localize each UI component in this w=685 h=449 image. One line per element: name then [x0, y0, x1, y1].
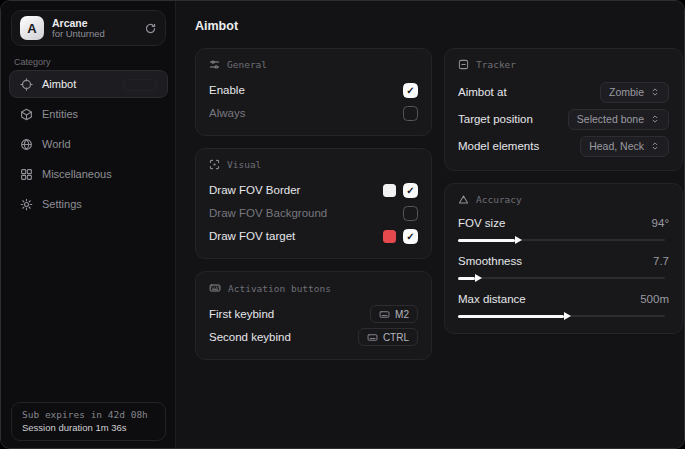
setting-row-always: Always — [209, 102, 418, 124]
main-panel: Aimbot General Enable — [176, 1, 685, 448]
slider-row-smoothness: Smoothness 7.7 — [458, 252, 669, 284]
sub-expires-text: Sub expires in 42d 08h — [22, 409, 155, 420]
slider-value: 94° — [652, 217, 669, 229]
first-keybind-button[interactable]: M2 — [370, 305, 418, 323]
sidebar-item-settings[interactable]: Settings — [9, 190, 168, 218]
setting-label: Aimbot at — [458, 86, 507, 98]
enable-checkbox[interactable] — [403, 83, 418, 98]
aimbot-at-select[interactable]: Zombie — [600, 82, 669, 103]
setting-label: First keybind — [209, 308, 274, 320]
visual-card: Visual Draw FOV Border Draw FOV Backgrou… — [195, 148, 432, 259]
setting-row-second-keybind: Second keybind CTRL — [209, 326, 418, 348]
slider-fill — [458, 239, 515, 242]
aimbot-hint-badge — [123, 79, 157, 91]
setting-label: Enable — [209, 84, 245, 96]
card-title: Visual — [227, 159, 261, 170]
smoothness-slider[interactable] — [458, 272, 669, 284]
arcane-window: A Arcane for Unturned Category Aimbot — [0, 0, 685, 449]
fov-background-checkbox[interactable] — [403, 206, 418, 221]
target-position-select[interactable]: Selected bone — [568, 109, 669, 130]
slider-value: 7.7 — [653, 255, 669, 267]
fov-size-slider[interactable] — [458, 234, 669, 246]
app-name: Arcane — [52, 17, 136, 29]
sidebar-item-label: Entities — [42, 108, 78, 120]
triangle-icon — [458, 194, 469, 205]
slider-fill — [458, 315, 564, 318]
tracker-card: Tracker Aimbot at Zombie — [444, 48, 683, 171]
sidebar: A Arcane for Unturned Category Aimbot — [1, 1, 176, 448]
card-title: Tracker — [476, 59, 516, 70]
sidebar-item-entities[interactable]: Entities — [9, 100, 168, 128]
keyboard-icon — [209, 282, 221, 294]
setting-row-enable: Enable — [209, 79, 418, 101]
grid-icon — [20, 168, 33, 181]
subscription-status-card: Sub expires in 42d 08h Session duration … — [11, 402, 166, 441]
setting-label: Always — [209, 107, 245, 119]
app-logo: A — [20, 16, 44, 40]
setting-label: Model elements — [458, 140, 539, 152]
refresh-icon[interactable] — [144, 22, 157, 35]
accuracy-card: Accuracy FOV size 94° — [444, 183, 683, 334]
sidebar-item-label: Miscellaneous — [42, 168, 112, 180]
app-header-card: A Arcane for Unturned — [11, 10, 166, 46]
sidebar-item-aimbot[interactable]: Aimbot — [9, 70, 168, 98]
select-value: Zombie — [609, 86, 644, 98]
app-subtitle: for Unturned — [52, 29, 136, 40]
sidebar-item-label: Settings — [42, 198, 82, 210]
max-distance-slider[interactable] — [458, 310, 669, 322]
fov-target-color-swatch[interactable] — [383, 230, 396, 243]
always-checkbox[interactable] — [403, 106, 418, 121]
card-title: Activation buttons — [228, 283, 331, 294]
slider-value: 500m — [640, 293, 669, 305]
gear-icon — [20, 198, 33, 211]
slider-row-max-distance: Max distance 500m — [458, 290, 669, 322]
sidebar-item-label: World — [42, 138, 71, 150]
select-value: Head, Neck — [589, 140, 644, 152]
setting-label: Draw FOV Border — [209, 184, 300, 196]
fov-border-checkbox[interactable] — [403, 183, 418, 198]
keybind-value: CTRL — [383, 332, 409, 343]
general-card: General Enable Always — [195, 48, 432, 136]
app-title-block: Arcane for Unturned — [52, 17, 136, 40]
keyboard-icon — [379, 309, 390, 320]
sidebar-nav: Aimbot Entities World — [9, 70, 168, 218]
page-title: Aimbot — [195, 19, 683, 33]
setting-row-model-elements: Model elements Head, Neck — [458, 133, 669, 159]
category-label: Category — [14, 57, 51, 67]
setting-row-fov-target: Draw FOV target — [209, 225, 418, 247]
second-keybind-button[interactable]: CTRL — [358, 328, 418, 346]
slider-row-fov-size: FOV size 94° — [458, 214, 669, 246]
entities-icon — [20, 108, 33, 121]
globe-icon — [20, 138, 33, 151]
setting-label: Draw FOV Background — [209, 207, 327, 219]
sidebar-item-world[interactable]: World — [9, 130, 168, 158]
chevrons-up-down-icon — [650, 87, 660, 97]
setting-row-target-position: Target position Selected bone — [458, 106, 669, 132]
model-elements-select[interactable]: Head, Neck — [580, 136, 669, 157]
keyboard-icon — [367, 332, 378, 343]
fov-border-color-swatch[interactable] — [383, 184, 396, 197]
square-minus-icon — [458, 59, 469, 70]
chevrons-up-down-icon — [650, 114, 660, 124]
fov-target-checkbox[interactable] — [403, 229, 418, 244]
setting-row-aimbot-at: Aimbot at Zombie — [458, 79, 669, 105]
keybind-value: M2 — [395, 309, 409, 320]
slider-fill — [458, 277, 475, 280]
sidebar-item-label: Aimbot — [42, 78, 76, 90]
slider-label: FOV size — [458, 217, 505, 229]
slider-label: Max distance — [458, 293, 526, 305]
card-title: Accuracy — [476, 194, 522, 205]
activation-buttons-card: Activation buttons First keybind M2 — [195, 271, 432, 360]
sliders-icon — [209, 59, 220, 70]
setting-label: Target position — [458, 113, 533, 125]
sidebar-item-miscellaneous[interactable]: Miscellaneous — [9, 160, 168, 188]
scan-eye-icon — [209, 159, 220, 170]
setting-row-fov-border: Draw FOV Border — [209, 179, 418, 201]
setting-label: Second keybind — [209, 331, 291, 343]
select-value: Selected bone — [577, 113, 644, 125]
crosshair-icon — [20, 78, 33, 91]
setting-label: Draw FOV target — [209, 230, 295, 242]
card-title: General — [227, 59, 267, 70]
session-duration-text: Session duration 1m 36s — [22, 422, 155, 433]
setting-row-fov-background: Draw FOV Background — [209, 202, 418, 224]
